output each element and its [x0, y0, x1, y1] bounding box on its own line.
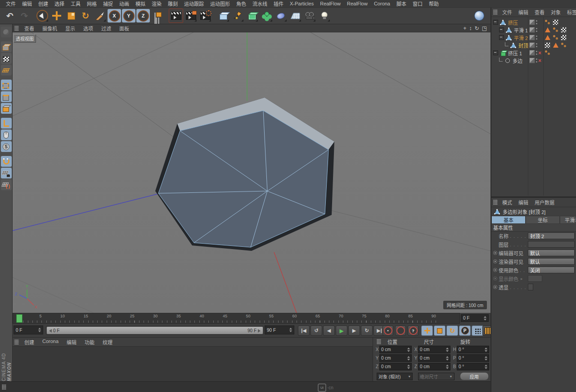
reset-radio-icon[interactable] — [493, 285, 498, 290]
tag-icon[interactable] — [553, 35, 559, 40]
menu-item[interactable]: 帮助 — [426, 0, 442, 7]
menu-item[interactable]: 捕捉 — [100, 0, 116, 7]
viewport-menu-item[interactable]: 摄像机 — [38, 25, 61, 32]
disable-mark[interactable]: × — [538, 50, 543, 56]
menu-item[interactable]: 文件 — [3, 0, 19, 7]
tag-icon[interactable] — [561, 42, 567, 48]
current-frame-field[interactable]: 0 F — [461, 314, 489, 322]
viewport-pan-icon[interactable]: + — [464, 26, 467, 31]
expander-toggle[interactable] — [499, 58, 503, 62]
spinner-arrows[interactable] — [446, 356, 449, 361]
spinner-arrows[interactable] — [484, 365, 487, 369]
layer-chip[interactable] — [529, 58, 535, 63]
menu-item[interactable]: 工具 — [68, 0, 84, 7]
lock-workplane[interactable] — [1, 168, 12, 178]
coordinate-input[interactable]: 0 ° — [457, 354, 489, 362]
visibility-dots[interactable] — [536, 58, 538, 63]
object-row[interactable]: 挤压 1 × — [491, 49, 576, 57]
coordinate-input[interactable]: 0 cm — [379, 363, 412, 370]
goto-start-button[interactable]: |◀ — [298, 325, 310, 336]
view-label[interactable]: 透视视图 — [14, 34, 36, 43]
coordinate-input[interactable]: 0 cm — [379, 346, 412, 353]
visibility-dots[interactable] — [536, 50, 538, 55]
array-object-button[interactable] — [260, 9, 273, 22]
viewport-menu-item[interactable]: 显示 — [61, 25, 79, 32]
record-parameter-toggle[interactable]: P — [459, 325, 471, 336]
viewport-rotate-icon[interactable]: ↻ — [475, 26, 479, 31]
previous-frame-button[interactable]: ◀ — [323, 325, 335, 336]
render-picture-viewer-button[interactable] — [184, 9, 198, 22]
object-name[interactable]: 多边 — [513, 57, 522, 64]
menu-item[interactable]: 流水线 — [249, 0, 270, 7]
record-keyframe-button[interactable]: • — [382, 325, 393, 336]
layer-chip[interactable] — [529, 50, 535, 56]
layer-chip[interactable] — [529, 35, 535, 40]
expand-arrow-icon[interactable]: ▸ — [521, 276, 523, 281]
menu-item[interactable]: 模拟 — [132, 0, 148, 7]
move-tool[interactable] — [50, 9, 63, 22]
reset-radio-icon[interactable] — [493, 233, 498, 238]
viewport-dolly-icon[interactable]: ↕ — [469, 26, 472, 31]
frame-spinner-field[interactable]: 0 F — [14, 325, 43, 334]
menu-item[interactable]: 动画 — [116, 0, 132, 7]
apply-button[interactable]: 应用 — [460, 372, 489, 380]
floor-object-button[interactable] — [288, 9, 302, 22]
coordinate-input[interactable]: 0 cm — [418, 363, 450, 370]
loop-mode-button[interactable]: ↻ — [361, 325, 373, 336]
light-object-button[interactable] — [317, 9, 331, 22]
expander-toggle[interactable] — [499, 35, 504, 40]
menu-item[interactable]: 运动图形 — [207, 0, 233, 7]
expander-toggle[interactable] — [499, 27, 504, 32]
material-menu-item[interactable]: 功能 — [81, 339, 99, 346]
menu-item[interactable]: RealFlow — [344, 1, 371, 6]
render-settings-button[interactable] — [198, 9, 212, 22]
coordinate-input[interactable]: 0 ° — [457, 346, 489, 353]
object-row[interactable]: 平滑 2 — [491, 34, 576, 41]
live-selection-tool[interactable] — [36, 9, 49, 22]
menu-item[interactable]: RealFlow — [317, 1, 344, 6]
spinner-arrows[interactable] — [446, 347, 449, 352]
disable-mark[interactable]: × — [538, 58, 543, 63]
reset-radio-icon[interactable] — [493, 250, 498, 255]
lock-z-axis-button[interactable]: Z — [136, 9, 150, 22]
attribute-field[interactable]: 默认 — [528, 258, 575, 265]
viewport-solo[interactable] — [1, 129, 12, 140]
object-row[interactable]: 挤压 — [491, 18, 576, 26]
attribute-menu-item[interactable]: 用户数据 — [531, 199, 558, 206]
menu-item[interactable]: 角色 — [233, 0, 249, 7]
object-name[interactable]: 平滑 1 — [514, 27, 528, 34]
menu-item[interactable]: 编辑 — [19, 0, 35, 7]
snap[interactable] — [1, 156, 12, 167]
object-manager-menu-item[interactable]: 对象 — [548, 9, 564, 16]
rotate-tool[interactable]: ↻ — [79, 9, 92, 22]
record-scale-toggle[interactable] — [434, 325, 446, 336]
tag-icon[interactable] — [544, 35, 551, 40]
range-start-handle[interactable] — [49, 329, 52, 333]
object-manager-menu-item[interactable]: 编辑 — [515, 9, 531, 16]
tag-icon[interactable] — [553, 42, 559, 48]
panel-handle-icon[interactable] — [2, 384, 6, 390]
viewport-menu-item[interactable]: 过滤 — [97, 25, 115, 32]
spinner-arrows[interactable] — [38, 328, 41, 332]
attribute-field[interactable] — [528, 275, 542, 282]
object-row[interactable]: 多边 × — [491, 57, 576, 64]
material-menu-item[interactable]: 创建 — [20, 339, 38, 346]
layer-chip[interactable] — [529, 42, 535, 48]
object-manager-menu-item[interactable]: 标签 — [564, 9, 576, 16]
size-mode-dropdown[interactable]: 绝对尺寸▼ — [418, 373, 454, 380]
model-mode[interactable] — [1, 41, 12, 52]
tag-icon[interactable] — [544, 42, 551, 48]
reset-radio-icon[interactable] — [493, 267, 498, 272]
tag-icon[interactable] — [544, 27, 551, 33]
edges-mode[interactable] — [1, 91, 12, 102]
quantize[interactable]: ( ) — [1, 179, 12, 190]
spinner-arrows[interactable] — [484, 347, 487, 352]
coordinate-mode-dropdown[interactable]: 对象 (相对)▼ — [377, 373, 413, 380]
attribute-menu-item[interactable]: 编辑 — [515, 199, 531, 206]
spinner-arrows[interactable] — [289, 328, 292, 332]
play-backwards-button[interactable]: ↺ — [310, 325, 322, 336]
points-mode[interactable] — [1, 80, 12, 90]
scale-tool[interactable] — [64, 9, 78, 22]
menu-item[interactable]: 运动跟踪 — [181, 0, 207, 7]
reset-radio-icon[interactable] — [493, 242, 498, 247]
